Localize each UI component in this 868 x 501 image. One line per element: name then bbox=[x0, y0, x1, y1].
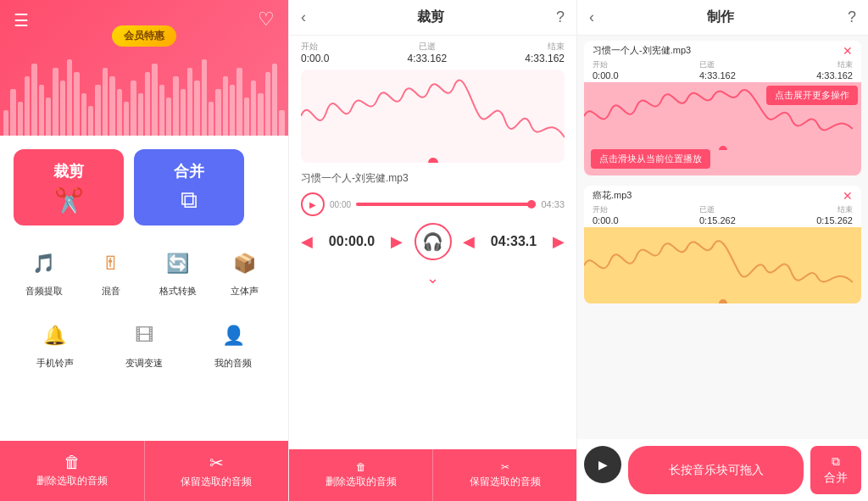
make-play-button[interactable]: ▶ bbox=[584, 446, 621, 483]
cut-end-label: 结束 bbox=[548, 41, 565, 53]
track1-close[interactable]: ✕ bbox=[843, 44, 853, 58]
track2-end-label: 结束 bbox=[837, 204, 853, 215]
heart-icon[interactable]: ♡ bbox=[258, 8, 275, 31]
tool-pitch[interactable]: 🎞 变调变速 bbox=[103, 318, 185, 370]
merge-icon-sm: ⧉ bbox=[832, 454, 840, 469]
pitch-icon: 🎞 bbox=[126, 318, 162, 353]
merge-main-button[interactable]: 合并 ⧉ bbox=[134, 149, 244, 225]
cut-elapsed-label: 已逝 bbox=[419, 41, 436, 53]
headphone-button[interactable]: 🎧 bbox=[415, 223, 452, 260]
track1-start-group: 开始 0:00.0 bbox=[593, 59, 619, 81]
cut-right-ctrl: ◀ 04:33.1 ▶ bbox=[463, 232, 565, 251]
track1-section: 习惯一个人-刘宪健.mp3 ✕ 开始 0:00.0 已逝 4:33.162 结束… bbox=[584, 41, 861, 175]
cut-keep-button[interactable]: ✂ 保留选取的音频 bbox=[432, 449, 576, 501]
waveform-bg bbox=[0, 51, 288, 136]
tool-stereo-label: 立体声 bbox=[231, 285, 259, 298]
make-back-button[interactable]: ‹ bbox=[589, 8, 594, 26]
ringtone-icon: 🔔 bbox=[37, 318, 73, 353]
keep-audio-button[interactable]: ✂ 保留选取的音频 bbox=[144, 441, 289, 501]
merge-icon: ⧉ bbox=[181, 186, 198, 214]
tool-ringtone[interactable]: 🔔 手机铃声 bbox=[14, 318, 96, 370]
cut-left-ctrl: ◀ 00:00.0 ▶ bbox=[301, 232, 403, 251]
tool-stereo[interactable]: 📦 立体声 bbox=[214, 246, 275, 298]
cut-elapsed-time: 4:33.162 bbox=[407, 53, 447, 64]
cut-right-arrow2[interactable]: ▶ bbox=[553, 232, 565, 251]
menu-icon[interactable]: ☰ bbox=[14, 10, 29, 31]
cut-waveform[interactable] bbox=[301, 70, 565, 163]
left-panel: ☰ ♡ 会员特惠 bbox=[0, 0, 288, 501]
track1-start-label: 开始 bbox=[593, 59, 619, 70]
track2-times: 开始 0:00.0 已逝 0:15.262 结束 0:15.262 bbox=[584, 204, 861, 227]
keep-label: 保留选取的音频 bbox=[181, 475, 252, 489]
delete-icon: 🗑 bbox=[64, 453, 81, 472]
stereo-icon: 📦 bbox=[227, 246, 263, 281]
track1-name: 习惯一个人-刘宪健.mp3 bbox=[593, 44, 691, 58]
cut-icon: ✂️ bbox=[54, 186, 84, 214]
merge-label: 合并 bbox=[174, 161, 204, 181]
track1-elapsed-label: 已逝 bbox=[699, 59, 736, 70]
cut-start-group: 开始 0:00.0 bbox=[301, 41, 329, 64]
long-press-button[interactable]: 长按音乐块可拖入 bbox=[628, 446, 804, 494]
cut-play-button[interactable]: ▶ bbox=[301, 192, 325, 216]
cut-left-arrow2[interactable]: ◀ bbox=[463, 232, 475, 251]
make-help-button[interactable]: ? bbox=[848, 8, 856, 26]
make-footer: ▶ 长按音乐块可拖入 ⧉ 合并 bbox=[577, 439, 868, 501]
merge-label: 合并 bbox=[824, 470, 848, 486]
track2-end-time: 0:15.262 bbox=[816, 215, 853, 225]
make-panel-title: 制作 bbox=[707, 8, 734, 26]
cut-help-button[interactable]: ? bbox=[556, 8, 565, 26]
tool-my-audio[interactable]: 👤 我的音频 bbox=[192, 318, 275, 370]
cut-track-name: 习惯一个人-刘宪健.mp3 bbox=[289, 166, 576, 191]
vip-badge[interactable]: 会员特惠 bbox=[112, 25, 176, 47]
tooltip-expand[interactable]: 点击展开更多操作 bbox=[766, 86, 858, 105]
playhead bbox=[428, 158, 438, 163]
cut-progress-end: 04:33 bbox=[541, 199, 565, 209]
header-banner: ☰ ♡ 会员特惠 bbox=[0, 0, 288, 136]
tool-format[interactable]: 🔄 格式转换 bbox=[147, 246, 208, 298]
main-buttons: 裁剪 ✂️ 合并 ⧉ bbox=[0, 136, 288, 239]
cut-back-button[interactable]: ‹ bbox=[301, 8, 306, 26]
track2-waveform[interactable] bbox=[584, 227, 861, 303]
cut-time-left: 00:00.0 bbox=[318, 234, 386, 249]
track2-elapsed-time: 0:15.262 bbox=[699, 215, 736, 225]
cut-end-group: 结束 4:33.162 bbox=[525, 41, 565, 64]
track2-end-group: 结束 0:15.262 bbox=[816, 204, 853, 225]
long-press-label: 长按音乐块可拖入 bbox=[669, 463, 764, 476]
bottom-tools: 🔔 手机铃声 🎞 变调变速 👤 我的音频 bbox=[0, 311, 288, 376]
track2-close[interactable]: ✕ bbox=[843, 189, 853, 203]
tool-audio-extract[interactable]: 🎵 音频提取 bbox=[14, 246, 74, 298]
cut-delete-label: 删除选取的音频 bbox=[326, 475, 397, 489]
track1-elapsed-group: 已逝 4:33.162 bbox=[699, 59, 736, 81]
cut-label: 裁剪 bbox=[53, 161, 84, 181]
cut-button[interactable]: 裁剪 ✂️ bbox=[14, 149, 124, 225]
track2-section: 癌花.mp3 ✕ 开始 0:00.0 已逝 0:15.262 结束 0:15.2… bbox=[584, 186, 861, 303]
cut-progress-track[interactable] bbox=[356, 203, 536, 206]
mix-icon: 🎚 bbox=[93, 246, 129, 281]
cut-delete-icon: 🗑 bbox=[356, 461, 366, 473]
make-panel-header: ‹ 制作 ? bbox=[577, 0, 868, 36]
cut-time-right: 04:33.1 bbox=[480, 234, 548, 249]
tool-mix[interactable]: 🎚 混音 bbox=[81, 246, 141, 298]
cut-delete-button[interactable]: 🗑 删除选取的音频 bbox=[289, 449, 432, 501]
track1-elapsed-time: 4:33.162 bbox=[699, 70, 736, 81]
keep-icon: ✂ bbox=[209, 453, 224, 473]
tooltip-play[interactable]: 点击滑块从当前位置播放 bbox=[591, 149, 710, 169]
cut-left-arrow[interactable]: ◀ bbox=[301, 232, 313, 251]
track1-waveform[interactable]: 点击展开更多操作 bbox=[584, 82, 861, 150]
cut-controls-row: ◀ 00:00.0 ▶ 🎧 ◀ 04:33.1 ▶ bbox=[289, 218, 576, 265]
make-merge-button[interactable]: ⧉ 合并 bbox=[810, 446, 861, 494]
cut-keep-label: 保留选取的音频 bbox=[470, 475, 541, 489]
format-icon: 🔄 bbox=[160, 246, 196, 281]
track2-dot bbox=[719, 299, 727, 303]
cut-progress-dot bbox=[527, 200, 536, 209]
left-footer: 🗑 删除选取的音频 ✂ 保留选取的音频 bbox=[0, 441, 288, 501]
tools-grid: 🎵 音频提取 🎚 混音 🔄 格式转换 📦 立体声 bbox=[0, 239, 288, 304]
cut-right-arrow1[interactable]: ▶ bbox=[391, 232, 403, 251]
track2-name: 癌花.mp3 bbox=[593, 189, 632, 203]
cut-down-arrow[interactable]: ⌄ bbox=[289, 265, 576, 291]
cut-start-time: 0:00.0 bbox=[301, 53, 329, 64]
track1-end-label: 结束 bbox=[837, 59, 853, 70]
track2-start-label: 开始 bbox=[593, 204, 619, 215]
delete-audio-button[interactable]: 🗑 删除选取的音频 bbox=[0, 441, 144, 501]
cut-keep-icon: ✂ bbox=[501, 461, 509, 473]
